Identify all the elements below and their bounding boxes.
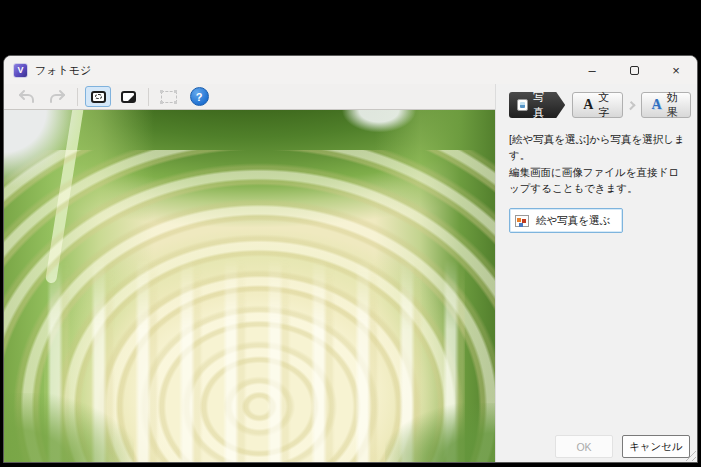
background-patch-top	[334, 110, 424, 140]
titlebar[interactable]: V フォトモジ – ×	[4, 56, 697, 84]
cabbage-ruffles	[4, 150, 495, 463]
chevron-right-icon	[626, 100, 635, 109]
actual-size-button[interactable]	[115, 86, 141, 107]
app-icon: V	[13, 63, 28, 78]
undo-button[interactable]	[14, 86, 40, 107]
ok-button[interactable]: OK	[555, 435, 613, 458]
cabbage-ribs	[34, 258, 465, 463]
instruction-line-2: 編集画面に画像ファイルを直接ドロップすることもできます。	[509, 164, 689, 197]
toolbar: ?	[4, 84, 494, 109]
help-button[interactable]: ?	[186, 86, 212, 107]
toolbar-separator	[77, 88, 78, 106]
choose-image-icon	[515, 215, 529, 227]
selection-tool-button[interactable]	[156, 86, 182, 107]
redo-icon	[48, 89, 66, 104]
toolbar-separator	[148, 88, 149, 106]
step-tabs: 写真 A 文字 A 効果	[509, 92, 691, 118]
cabbage-right-leaf	[375, 110, 495, 463]
tab-effect-label: 効果	[667, 90, 680, 120]
instruction-line-1: [絵や写真を選ぶ]から写真を選択します。	[509, 131, 689, 164]
maximize-button[interactable]	[613, 56, 655, 84]
cabbage-stem	[45, 109, 84, 284]
cabbage-left-leaf	[4, 110, 154, 463]
cabbage-outer-leaves	[4, 109, 495, 320]
selection-tool-icon	[161, 91, 177, 103]
app-window: V フォトモジ – ×	[3, 55, 698, 463]
dialog-footer: OK キャンセル	[555, 435, 690, 458]
fit-to-window-button[interactable]	[85, 86, 111, 107]
tab-effect[interactable]: A 効果	[641, 92, 691, 118]
desktop-background: V フォトモジ – ×	[0, 0, 701, 467]
maximize-icon	[630, 66, 639, 75]
cabbage-heart	[44, 180, 455, 463]
side-panel: 写真 A 文字 A 効果 [絵や写真を選ぶ]から写真を選択します。 編集画面に画…	[495, 84, 697, 462]
close-button[interactable]: ×	[655, 56, 697, 84]
image-canvas[interactable]	[4, 109, 495, 463]
effect-tab-icon: A	[652, 97, 662, 113]
instructions: [絵や写真を選ぶ]から写真を選択します。 編集画面に画像ファイルを直接ドロップす…	[509, 131, 689, 196]
tab-text-label: 文字	[598, 90, 611, 120]
minimize-button[interactable]: –	[571, 56, 613, 84]
choose-image-button[interactable]: 絵や写真を選ぶ	[509, 208, 623, 233]
text-tab-icon: A	[583, 97, 593, 113]
window-title: フォトモジ	[35, 63, 91, 78]
tab-photo-label: 写真	[533, 90, 549, 120]
photo-tab-icon	[517, 99, 528, 111]
cancel-button[interactable]: キャンセル	[622, 435, 690, 458]
redo-button[interactable]	[44, 86, 70, 107]
cabbage-corner-left	[4, 393, 134, 463]
choose-image-label: 絵や写真を選ぶ	[536, 214, 610, 228]
undo-icon	[18, 89, 36, 104]
tab-text[interactable]: A 文字	[572, 92, 622, 118]
cabbage-corner-right	[385, 403, 495, 463]
background-patch-left	[4, 110, 94, 210]
actual-size-icon	[121, 91, 136, 103]
fit-to-window-icon	[91, 91, 106, 103]
tab-photo[interactable]: 写真	[509, 92, 565, 118]
help-icon: ?	[190, 87, 209, 106]
